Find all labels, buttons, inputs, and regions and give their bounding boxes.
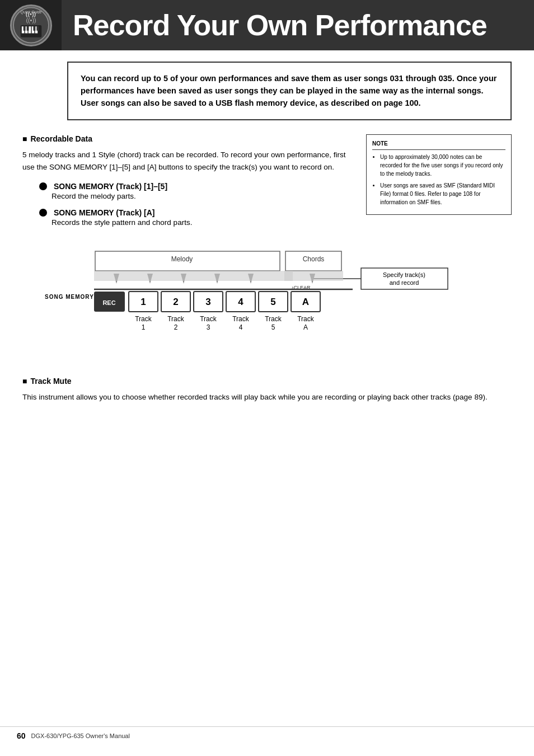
svg-text:1: 1: [140, 297, 146, 307]
footer-page-number: 60: [17, 731, 26, 740]
svg-text:Track: Track: [200, 315, 217, 323]
col-right: NOTE Up to approximately 30,000 notes ca…: [366, 134, 512, 234]
recordable-data-heading: Recordable Data: [22, 134, 355, 143]
track-mute-heading: Track Mute: [22, 377, 512, 386]
svg-text:2: 2: [173, 297, 178, 307]
svg-text:Track: Track: [265, 315, 282, 323]
diagram: Melody Chords Specify track(s) and recor…: [39, 246, 512, 365]
svg-text:SONG MEMORY: SONG MEMORY: [45, 294, 94, 300]
svg-text:1: 1: [142, 323, 146, 331]
svg-rect-28: [284, 271, 343, 281]
note-box: NOTE Up to approximately 30,000 notes ca…: [366, 134, 512, 215]
header: Quick Guide ((•)) Record Your Own Perfor…: [0, 0, 534, 50]
svg-rect-11: [33, 26, 35, 31]
bullet-desc-1: Record the melody parts.: [39, 192, 355, 200]
intro-text: You can record up to 5 of your own perfo…: [81, 73, 498, 109]
bullet-dot-1: [39, 182, 47, 190]
bullet-title-1: SONG MEMORY (Track) [1]–[5]: [39, 182, 355, 191]
svg-text:Chords: Chords: [303, 255, 325, 263]
main-content: You can record up to 5 of your own perfo…: [0, 50, 534, 424]
svg-text:4: 4: [239, 323, 243, 331]
footer: 60 DGX-630/YPG-635 Owner's Manual: [0, 726, 534, 745]
svg-text:♪CLEAR: ♪CLEAR: [291, 285, 311, 290]
note-list: Up to approximately 30,000 notes can be …: [372, 153, 505, 206]
svg-text:Track: Track: [297, 315, 315, 323]
svg-text:A: A: [302, 297, 309, 307]
bullet-title-2: SONG MEMORY (Track) [A]: [39, 208, 355, 217]
svg-text:4: 4: [238, 297, 243, 307]
svg-text:3: 3: [207, 323, 210, 331]
svg-text:5: 5: [271, 323, 275, 331]
bullet-dot-2: [39, 209, 47, 217]
svg-rect-10: [26, 26, 29, 31]
svg-text:Melody: Melody: [171, 255, 193, 263]
svg-text:3: 3: [205, 297, 210, 307]
two-col-layout: Recordable Data 5 melody tracks and 1 St…: [22, 134, 512, 234]
svg-text:5: 5: [270, 297, 275, 307]
svg-text:Track: Track: [135, 315, 152, 323]
note-item-1: Up to approximately 30,000 notes can be …: [380, 153, 505, 178]
note-title: NOTE: [372, 139, 505, 150]
svg-text:Track: Track: [167, 315, 185, 323]
bullet-desc-2: Records the style pattern and chord part…: [39, 218, 355, 227]
footer-model-text: DGX-630/YPG-635 Owner's Manual: [31, 732, 130, 739]
col-left: Recordable Data 5 melody tracks and 1 St…: [22, 134, 355, 234]
bullet-item-2: SONG MEMORY (Track) [A] Records the styl…: [22, 208, 355, 227]
svg-text:2: 2: [174, 323, 178, 331]
svg-text:Quick Guide: Quick Guide: [20, 10, 41, 15]
svg-text:((•)): ((•)): [26, 17, 36, 24]
svg-text:Track: Track: [232, 315, 250, 323]
logo-circle: Quick Guide ((•)): [10, 4, 52, 46]
recordable-data-text: 5 melody tracks and 1 Style (chord) trac…: [22, 149, 355, 173]
page-title: Record Your Own Performance: [62, 8, 487, 42]
logo: Quick Guide ((•)): [0, 0, 62, 50]
svg-text:REC: REC: [102, 299, 115, 306]
track-mute-section: Track Mute This instrument allows you to…: [22, 377, 512, 403]
intro-box: You can record up to 5 of your own perfo…: [67, 62, 512, 120]
note-item-2: User songs are saved as SMF (Standard MI…: [380, 181, 505, 206]
svg-rect-12: [36, 26, 39, 31]
track-mute-text: This instrument allows you to choose whe…: [22, 391, 512, 403]
svg-text:A: A: [303, 323, 308, 331]
svg-text:and record: and record: [390, 279, 419, 286]
bullet-item-1: SONG MEMORY (Track) [1]–[5] Record the m…: [22, 182, 355, 200]
svg-text:Specify track(s): Specify track(s): [383, 271, 425, 278]
diagram-svg: Melody Chords Specify track(s) and recor…: [39, 246, 476, 363]
svg-rect-9: [23, 26, 25, 31]
svg-rect-27: [94, 271, 293, 281]
